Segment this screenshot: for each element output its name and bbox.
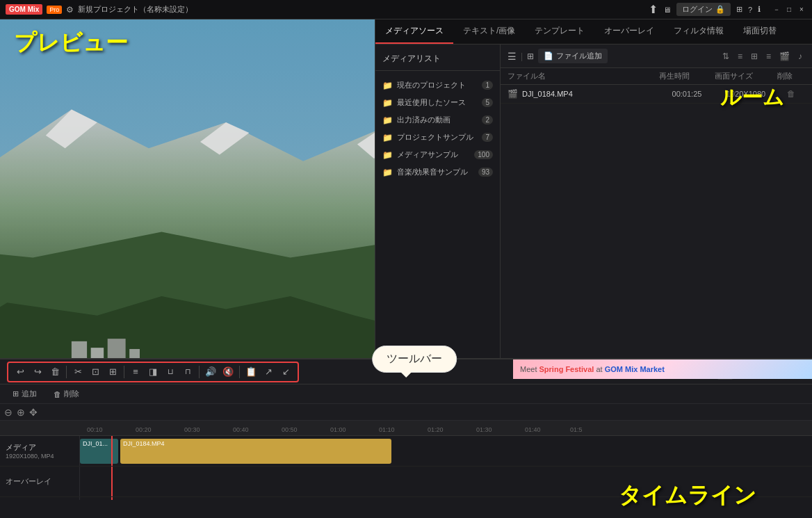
crop-button[interactable]: ≡ — [128, 364, 143, 380]
file-name-text: DJI_0184.MP4 — [522, 90, 573, 98]
sort-icon[interactable]: ⇅ — [720, 50, 732, 63]
ruler-mark: 01:5 — [570, 426, 583, 433]
grid-view-icon[interactable]: ⊞ — [748, 50, 761, 63]
upload-icon[interactable]: ⬆ — [649, 3, 658, 16]
folder-output-videos[interactable]: 📁 出力済みの動画 2 — [375, 111, 500, 129]
folder-name: メディアサンプル — [397, 149, 458, 160]
ruler-mark: 01:20 — [428, 426, 444, 433]
audio-on-button[interactable]: 🔊 — [203, 364, 218, 380]
media-toolbar: ☰ | ⊞ 📄 ファイル追加 ⇅ ≡ ⊞ ≡ 🎬 ♪ — [501, 44, 812, 68]
track-label-media: メディア 1920X1080, MP4 — [0, 436, 80, 466]
zoom-out-button[interactable]: ⊖ — [4, 407, 13, 418]
banner-meet: Meet — [520, 365, 539, 373]
toolbar-separator — [199, 366, 200, 378]
folder-name: 最近使用したソース — [397, 97, 466, 108]
pan-button[interactable]: ✥ — [29, 407, 38, 418]
toolbar-separator — [124, 366, 124, 378]
ruler-mark: 01:10 — [379, 426, 395, 433]
tab-scene-switch[interactable]: 場面切替 — [733, 19, 786, 44]
close-button[interactable]: × — [797, 5, 806, 15]
file-add-icon: 📄 — [544, 51, 553, 60]
delete-button[interactable]: 🗑 削除 — [48, 387, 85, 400]
tab-template[interactable]: テンプレート — [525, 19, 594, 44]
ruler-mark: 00:40 — [233, 426, 249, 433]
toolbar-balloon: ツールバー — [372, 346, 457, 373]
media-table-header: ファイル名 再生時間 画面サイズ 削除 — [501, 68, 812, 85]
delete-label: 削除 — [64, 389, 79, 399]
header-right-controls: ⬆ 🖥 ログイン 🔒 ⊞ ? ℹ － □ × — [649, 3, 806, 16]
lock-icon: 🔒 — [715, 5, 725, 14]
clip-main[interactable]: DJI_0184.MP4 — [120, 439, 391, 464]
audio-off-button[interactable]: 🔇 — [220, 364, 236, 380]
gom-market-banner[interactable]: Meet Spring Festival at GOM Mix Market — [513, 359, 812, 379]
gear-icon[interactable]: ⚙ — [66, 5, 74, 15]
track-meta: 1920X1080, MP4 — [6, 453, 74, 460]
ruler-mark: 00:50 — [282, 426, 298, 433]
add-delete-row: ⊞ 追加 🗑 削除 — [0, 385, 812, 404]
copy-button[interactable]: 📋 — [243, 364, 259, 380]
split-button[interactable]: ✂ — [70, 364, 86, 380]
info-icon[interactable]: ℹ — [758, 5, 761, 14]
preview-label: プレビュー — [14, 28, 128, 58]
delete-icon: 🗑 — [54, 390, 61, 398]
timeline-zoom-row: ⊖ ⊕ ✥ — [0, 404, 812, 421]
add-button[interactable]: ⊞ 追加 — [7, 387, 42, 400]
screen-icon[interactable]: 🖥 — [663, 6, 671, 14]
layout-icon[interactable]: ⊞ — [736, 5, 742, 14]
folder-icon: 📁 — [382, 98, 393, 108]
import-button[interactable]: ↙ — [278, 364, 293, 380]
redo-button[interactable]: ↪ — [30, 364, 45, 380]
menu-icon[interactable]: ☰ — [508, 51, 517, 62]
tab-text-image[interactable]: テキスト/画像 — [453, 19, 525, 44]
export-button[interactable]: ↗ — [261, 364, 276, 380]
minimize-button[interactable]: － — [772, 5, 781, 15]
folder-media-samples[interactable]: 📁 メディアサンプル 100 — [375, 146, 500, 163]
file-add-button[interactable]: 📄 ファイル追加 — [538, 49, 608, 63]
track-content-media[interactable]: DJI_01... DJI_0184.MP4 — [80, 436, 812, 466]
app-logo: GOM Mix — [6, 4, 42, 15]
room-label: ルーム — [720, 83, 784, 112]
folder-music-samples[interactable]: 📁 音楽/効果音サンプル 93 — [375, 163, 500, 181]
folder-current-project[interactable]: 📁 現在のプロジェクト 1 — [375, 76, 500, 94]
folder-name: 出力済みの動画 — [397, 115, 450, 125]
tab-overlay[interactable]: オーバーレイ — [594, 19, 664, 44]
undo-button[interactable]: ↩ — [13, 364, 28, 380]
titlebar: GOM Mix Pro ⚙ 新規プロジェクト（名称未設定） ⬆ 🖥 ログイン 🔒… — [0, 0, 812, 19]
list-view-icon[interactable]: ≡ — [763, 50, 774, 63]
ruler-mark: 00:30 — [184, 426, 200, 433]
color-button[interactable]: ⊓ — [180, 364, 195, 380]
maximize-button[interactable]: □ — [784, 5, 794, 15]
media-list-header: メディアリスト — [375, 50, 500, 71]
zoom-in-button[interactable]: ⊕ — [17, 407, 25, 418]
toolbar-separator — [239, 366, 240, 378]
fit-button[interactable]: ⊔ — [163, 364, 178, 380]
folder-count: 93 — [478, 168, 493, 177]
banner-gom: GOM Mix Market — [605, 365, 665, 373]
timeline-cursor — [111, 497, 113, 500]
question-icon[interactable]: ? — [748, 6, 752, 14]
separator-icon: | — [521, 51, 523, 61]
video-filter-icon[interactable]: 🎬 — [777, 50, 793, 63]
timeline-cursor — [111, 467, 113, 496]
group-button[interactable]: ⊡ — [88, 364, 103, 380]
track-name: オーバーレイ — [6, 476, 74, 487]
add-to-timeline-icon[interactable]: ⊞ — [527, 51, 534, 61]
login-label: ログイン — [682, 4, 713, 15]
clip-edit-button[interactable]: ⊞ — [105, 364, 120, 380]
audio-filter-icon[interactable]: ♪ — [795, 50, 805, 63]
login-button[interactable]: ログイン 🔒 — [676, 3, 731, 16]
tab-filter[interactable]: フィルタ情報 — [664, 19, 733, 44]
delete-clip-button[interactable]: 🗑 — [47, 364, 63, 380]
video-file-icon: 🎬 — [508, 89, 518, 99]
folder-project-samples[interactable]: 📁 プロジェクトサンプル 7 — [375, 129, 500, 146]
ruler-mark: 01:40 — [525, 426, 541, 433]
frame-button[interactable]: ◨ — [145, 364, 161, 380]
folder-icon: 📁 — [382, 115, 393, 125]
track-row-media: メディア 1920X1080, MP4 DJI_01... DJI_0184.M… — [0, 436, 812, 467]
filter-icon[interactable]: ≡ — [735, 50, 745, 63]
add-label: 追加 — [22, 389, 37, 399]
col-delete: 削除 — [777, 71, 805, 81]
folder-icon: 📁 — [382, 81, 393, 90]
folder-recent-source[interactable]: 📁 最近使用したソース 5 — [375, 94, 500, 111]
tab-media-source[interactable]: メディアソース — [375, 19, 453, 44]
